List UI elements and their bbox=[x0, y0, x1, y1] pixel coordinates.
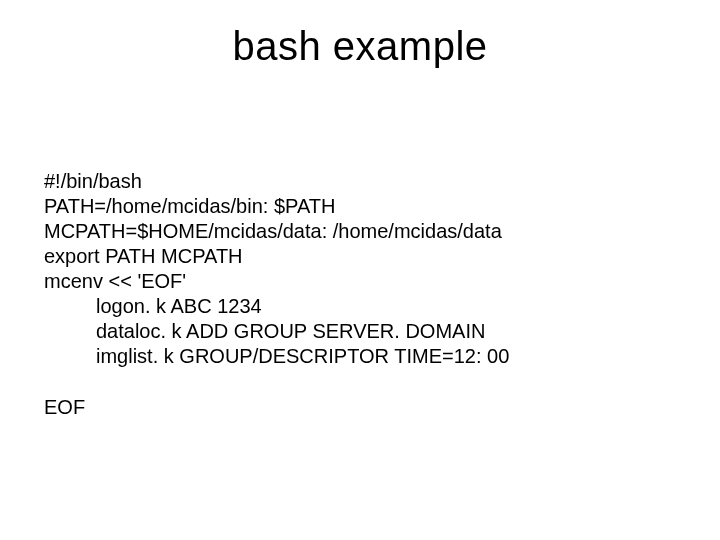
code-block: #!/bin/bash PATH=/home/mcidas/bin: $PATH… bbox=[44, 169, 509, 420]
code-line: EOF bbox=[44, 395, 509, 420]
code-line: #!/bin/bash bbox=[44, 169, 509, 194]
page-title: bash example bbox=[0, 24, 720, 69]
code-line-indented: imglist. k GROUP/DESCRIPTOR TIME=12: 00 bbox=[44, 344, 509, 369]
slide: bash example #!/bin/bash PATH=/home/mcid… bbox=[0, 24, 720, 540]
code-line: mcenv << 'EOF' bbox=[44, 269, 509, 294]
code-line: MCPATH=$HOME/mcidas/data: /home/mcidas/d… bbox=[44, 219, 509, 244]
code-line-indented: logon. k ABC 1234 bbox=[44, 294, 509, 319]
code-line-indented: dataloc. k ADD GROUP SERVER. DOMAIN bbox=[44, 319, 509, 344]
code-line: PATH=/home/mcidas/bin: $PATH bbox=[44, 194, 509, 219]
blank-line bbox=[44, 369, 509, 395]
code-line: export PATH MCPATH bbox=[44, 244, 509, 269]
